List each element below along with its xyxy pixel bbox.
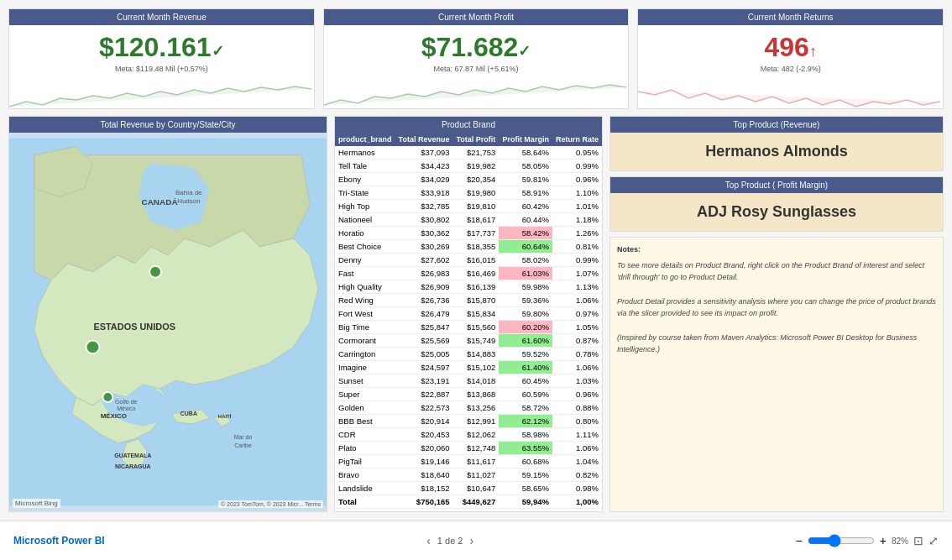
cell-return: 0.80% (552, 415, 602, 428)
table-row[interactable]: PigTail $19,146 $11,617 60.68% 1.04% (335, 455, 602, 468)
svg-point-16 (102, 392, 112, 402)
cell-profit: $19,810 (452, 200, 499, 213)
zoom-minus[interactable]: − (796, 534, 803, 547)
svg-text:HAITÍ: HAITÍ (218, 413, 232, 419)
table-row[interactable]: Sunset $23,191 $14,018 60.45% 1.03% (335, 374, 602, 388)
cell-profit: $11,617 (452, 455, 499, 468)
table-row[interactable]: Fast $26,983 $16,469 61.03% 1.07% (335, 267, 602, 280)
cell-revenue: $34,029 (395, 173, 453, 186)
cell-return: 1.07% (552, 267, 602, 280)
table-row[interactable]: Tell Tale $34,423 $19,982 58.05% 0.99% (335, 160, 602, 173)
cell-revenue: $22,573 (395, 401, 453, 415)
cell-margin: 60.42% (499, 200, 552, 213)
cell-return: 1.10% (552, 186, 602, 200)
cell-margin: 60.64% (499, 240, 552, 254)
cell-revenue: $34,423 (395, 160, 453, 173)
cell-return: 0.87% (552, 334, 602, 348)
kpi-returns-value: 496↑ (638, 25, 943, 65)
cell-profit: $18,355 (452, 240, 499, 254)
cell-brand: Ebony (335, 173, 395, 186)
table-row[interactable]: Fort West $26,479 $15,834 59.80% 0.97% (335, 307, 602, 321)
cell-profit: $17,737 (452, 227, 499, 240)
zoom-row: − + 82% ⊡ ⤢ (796, 534, 939, 547)
prev-page-button[interactable]: ‹ (426, 534, 431, 547)
cell-return: 1.18% (552, 213, 602, 227)
right-panel: Top Product (Revenue) Hermanos Almonds T… (609, 116, 944, 512)
cell-revenue: $33,918 (395, 186, 453, 200)
total-return: 1,00% (552, 495, 602, 509)
table-row[interactable]: Horatio $30,362 $17,737 58.42% 1.26% (335, 227, 602, 240)
cell-brand: Bravo (335, 468, 395, 482)
cell-margin: 58.05% (499, 160, 552, 173)
zoom-plus[interactable]: + (880, 534, 887, 547)
zoom-slider[interactable] (808, 534, 875, 547)
fit-page-icon[interactable]: ⊡ (913, 534, 923, 547)
table-row[interactable]: Hermanos $37,093 $21,753 58.64% 0.95% (335, 146, 602, 160)
table-scroll[interactable]: product_brand Total Revenue Total Profit… (335, 133, 602, 511)
cell-profit: $19,982 (452, 160, 499, 173)
svg-text:Caribe: Caribe (234, 442, 252, 448)
top-margin-card: Top Product ( Profit Margin) ADJ Rosy Su… (609, 176, 944, 232)
cell-margin: 63.55% (499, 442, 552, 455)
cell-brand: High Top (335, 200, 395, 213)
table-row[interactable]: Best Choice $30,269 $18,355 60.64% 0.81% (335, 240, 602, 254)
cell-margin: 58.42% (499, 227, 552, 240)
cell-revenue: $19,146 (395, 455, 453, 468)
table-row[interactable]: Ebony $34,029 $20,354 59.81% 0.96% (335, 173, 602, 186)
cell-profit: $18,617 (452, 213, 499, 227)
table-row[interactable]: CDR $20,453 $12,062 58.98% 1.11% (335, 428, 602, 442)
fullscreen-icon[interactable]: ⤢ (928, 534, 939, 547)
next-page-button[interactable]: › (469, 534, 473, 547)
table-row[interactable]: BBB Best $20,914 $12,991 62.12% 0.80% (335, 415, 602, 428)
cell-margin: 61.03% (499, 267, 552, 280)
nav-controls: ‹ 1 de 2 › (426, 534, 473, 547)
table-panel: Product Brand product_brand Total Revenu… (334, 116, 603, 512)
cell-profit: $12,991 (452, 415, 499, 428)
svg-text:Mar do: Mar do (234, 434, 253, 440)
cell-revenue: $26,479 (395, 307, 453, 321)
svg-point-14 (149, 266, 161, 278)
table-row[interactable]: Plato $20,060 $12,748 63.55% 1.06% (335, 442, 602, 455)
cell-margin: 60.20% (499, 321, 552, 334)
table-row[interactable]: Super $22,887 $13,868 60.59% 0.96% (335, 388, 602, 401)
notes-header: Notes: (617, 244, 936, 256)
total-margin: 59,94% (499, 495, 552, 509)
table-row[interactable]: Bravo $18,640 $11,027 59.15% 0.82% (335, 468, 602, 482)
cell-revenue: $30,802 (395, 213, 453, 227)
cell-brand: Horatio (335, 227, 395, 240)
cell-margin: 58.65% (499, 482, 552, 495)
cell-profit: $13,256 (452, 401, 499, 415)
table-row[interactable]: Landslide $18,152 $10,647 58.65% 0.98% (335, 482, 602, 495)
map-panel: Total Revenue by Country/State/City (8, 116, 327, 512)
cell-margin: 58.72% (499, 401, 552, 415)
cell-return: 1.04% (552, 455, 602, 468)
table-row[interactable]: Big Time $25,847 $15,560 60.20% 1.05% (335, 321, 602, 334)
bottom-bar: Microsoft Power BI ‹ 1 de 2 › − + 82% ⊡ … (0, 521, 952, 560)
table-row[interactable]: Tri-State $33,918 $19,980 58.91% 1.10% (335, 186, 602, 200)
col-profit: Total Profit (452, 133, 499, 146)
cell-revenue: $24,597 (395, 361, 453, 374)
table-row[interactable]: Nationeel $30,802 $18,617 60.44% 1.18% (335, 213, 602, 227)
cell-brand: BBB Best (335, 415, 395, 428)
cell-brand: CDR (335, 428, 395, 442)
powerbi-link[interactable]: Microsoft Power BI (13, 535, 105, 547)
cell-margin: 61.40% (499, 361, 552, 374)
table-row[interactable]: Carrington $25,005 $14,883 59.52% 0.78% (335, 348, 602, 361)
kpi-profit-card: Current Month Profit $71.682✓ Meta: 67.8… (323, 8, 630, 109)
table-row[interactable]: Golden $22,573 $13,256 58.72% 0.88% (335, 401, 602, 415)
cell-revenue: $18,152 (395, 482, 453, 495)
table-row[interactable]: Cormorant $25,569 $15,749 61.60% 0.87% (335, 334, 602, 348)
table-row[interactable]: Denny $27,602 $16,015 58.02% 0.99% (335, 254, 602, 267)
table-row[interactable]: Imagine $24,597 $15,102 61.40% 1.06% (335, 361, 602, 374)
middle-row: Total Revenue by Country/State/City (8, 116, 944, 512)
table-row[interactable]: High Quality $26,909 $16,139 59.98% 1.13… (335, 280, 602, 294)
cell-revenue: $27,602 (395, 254, 453, 267)
table-row[interactable]: High Top $32,785 $19,810 60.42% 1.01% (335, 200, 602, 213)
cell-revenue: $26,983 (395, 267, 453, 280)
cell-return: 1.11% (552, 428, 602, 442)
cell-return: 0.78% (552, 348, 602, 361)
cell-return: 1.13% (552, 280, 602, 294)
kpi-returns-card: Current Month Returns 496↑ Meta: 482 (-2… (637, 8, 944, 109)
cell-return: 0.97% (552, 307, 602, 321)
table-row[interactable]: Red Wing $26,736 $15,870 59.36% 1.06% (335, 294, 602, 307)
